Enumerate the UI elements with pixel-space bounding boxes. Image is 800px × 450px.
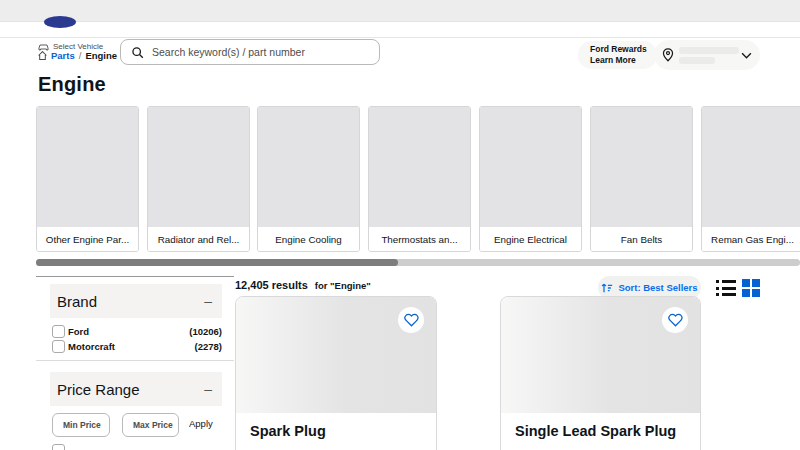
location-text-placeholder xyxy=(679,47,739,64)
breadcrumb: Parts / Engine xyxy=(38,50,117,61)
product-title: Single Lead Spark Plug xyxy=(515,423,676,439)
apply-price-button[interactable]: Apply xyxy=(189,418,213,429)
results-count: 12,405 results xyxy=(235,279,308,291)
ford-rewards-button[interactable]: Ford Rewards Learn More xyxy=(578,41,657,69)
product-title: Spark Plug xyxy=(250,423,326,439)
header-divider xyxy=(0,37,800,38)
product-card-spark-plug[interactable]: Spark Plug xyxy=(235,296,437,450)
ford-parts-page: Select Vehicle Parts / Engine Ford Rewar… xyxy=(0,0,800,450)
category-card-engine-cooling[interactable]: Engine Cooling xyxy=(257,106,360,252)
category-card-other-engine-parts[interactable]: Other Engine Par... xyxy=(36,106,139,252)
brand-count: (10206) xyxy=(189,326,222,337)
price-filter-header[interactable]: Price Range – xyxy=(50,372,222,406)
checkbox-partial[interactable] xyxy=(52,444,65,450)
category-label: Engine Cooling xyxy=(258,227,359,252)
brand-filter-title: Brand xyxy=(57,293,97,310)
category-card-engine-electrical[interactable]: Engine Electrical xyxy=(479,106,582,252)
category-card-radiator[interactable]: Radiator and Rel... xyxy=(147,106,250,252)
breadcrumb-parts-link[interactable]: Parts xyxy=(51,50,75,61)
category-image xyxy=(258,107,359,227)
rewards-line1: Ford Rewards xyxy=(590,44,657,55)
category-image xyxy=(369,107,470,227)
brand-filter-header[interactable]: Brand – xyxy=(50,284,222,318)
home-icon[interactable] xyxy=(38,51,47,60)
chevron-down-icon xyxy=(741,52,752,59)
brand-label: Ford xyxy=(68,326,89,337)
category-card-thermostats[interactable]: Thermostats an... xyxy=(368,106,471,252)
sidebar-top-divider xyxy=(36,276,234,277)
category-label: Reman Gas Engi... xyxy=(702,227,800,252)
category-card-fan-belts[interactable]: Fan Belts xyxy=(590,106,693,252)
category-image xyxy=(591,107,692,227)
min-price-input[interactable] xyxy=(52,413,110,437)
carousel-scrollbar-thumb[interactable] xyxy=(36,259,398,266)
ford-logo[interactable] xyxy=(44,16,76,28)
location-selector[interactable] xyxy=(654,40,760,70)
search-input[interactable] xyxy=(152,46,369,58)
category-card-reman-gas-engine[interactable]: Reman Gas Engi... xyxy=(701,106,800,252)
carousel-scrollbar-track[interactable] xyxy=(36,259,800,266)
collapse-icon[interactable]: – xyxy=(204,293,212,309)
results-query: for "Engine" xyxy=(315,280,371,291)
search-box[interactable] xyxy=(120,39,380,65)
max-price-input[interactable] xyxy=(122,413,179,437)
category-image xyxy=(37,107,138,227)
favorite-button[interactable] xyxy=(398,307,424,333)
location-pin-icon xyxy=(662,48,674,62)
heart-icon xyxy=(668,313,683,327)
brand-count: (2278) xyxy=(195,341,222,352)
category-label: Radiator and Rel... xyxy=(148,227,249,252)
favorite-button[interactable] xyxy=(662,307,688,333)
results-summary: 12,405 results for "Engine" xyxy=(235,279,371,291)
collapse-icon[interactable]: – xyxy=(204,381,212,397)
rewards-line2: Learn More xyxy=(590,55,657,66)
top-banner-strip xyxy=(0,0,800,22)
category-image xyxy=(480,107,581,227)
product-card-single-lead-spark-plug[interactable]: Single Lead Spark Plug xyxy=(500,296,701,450)
brand-label: Motorcraft xyxy=(68,341,115,352)
sidebar-section-divider xyxy=(36,360,234,361)
grid-view-icon[interactable] xyxy=(742,279,760,297)
brand-option-ford[interactable]: Ford (10206) xyxy=(52,324,222,339)
category-label: Fan Belts xyxy=(591,227,692,252)
page-title: Engine xyxy=(38,73,106,96)
category-label: Other Engine Par... xyxy=(37,227,138,252)
list-view-icon[interactable] xyxy=(716,280,736,296)
price-filter-title: Price Range xyxy=(57,381,140,398)
breadcrumb-current: Engine xyxy=(85,50,117,61)
sort-label: Sort: Best Sellers xyxy=(618,282,697,293)
category-image xyxy=(702,107,800,227)
category-image xyxy=(148,107,249,227)
brand-option-motorcraft[interactable]: Motorcraft (2278) xyxy=(52,339,222,354)
heart-icon xyxy=(404,313,419,327)
breadcrumb-separator: / xyxy=(79,50,82,61)
checkbox-ford[interactable] xyxy=(52,325,65,338)
search-icon xyxy=(131,46,144,59)
category-label: Thermostats an... xyxy=(369,227,470,252)
sort-icon xyxy=(601,282,613,294)
checkbox-motorcraft[interactable] xyxy=(52,340,65,353)
category-label: Engine Electrical xyxy=(480,227,581,252)
